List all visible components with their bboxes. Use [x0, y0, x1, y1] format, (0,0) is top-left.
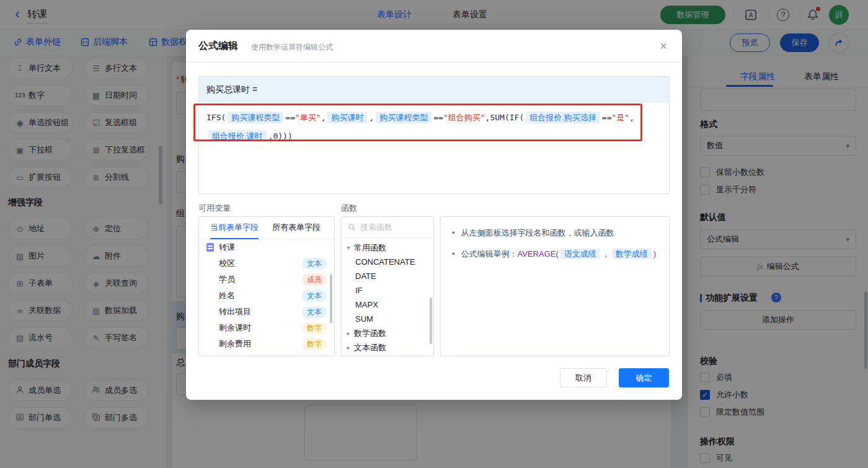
formula-input-area[interactable]: IFS(购买课程类型=="单买",购买课时,购买课程类型=="组合购买",SUM…: [199, 103, 669, 151]
variables-scrollbar[interactable]: [330, 274, 332, 324]
search-function-input[interactable]: [360, 223, 422, 232]
formula-code: ,0))): [268, 131, 293, 141]
field-chip[interactable]: 购买课程类型: [376, 112, 432, 123]
formula-edit-dialog: 公式编辑 使用数学运算符编辑公式 × 购买总课时 = IFS(购买课程类型=="…: [186, 30, 682, 400]
formula-target: 购买总课时 =: [199, 77, 669, 103]
formula-code: ==: [285, 113, 295, 122]
help-hints-panel: • 从左侧面板选择字段名和函数，或输入函数 • 公式编辑举例：AVERAGE(语…: [440, 216, 670, 356]
chevron-right-icon: ▸: [345, 344, 352, 351]
variable-tree-root[interactable]: 转课: [199, 239, 334, 255]
type-badge: 文本: [302, 290, 327, 302]
variables-tabs: 当前表单字段 所有表单字段: [199, 217, 334, 239]
variable-item[interactable]: 学员成员: [199, 272, 334, 288]
type-badge: 成员: [302, 274, 327, 286]
example-field-chip: 语文成绩: [560, 249, 600, 259]
tab-current-form-fields[interactable]: 当前表单字段: [210, 217, 259, 239]
formula-string: "组合购买": [443, 113, 485, 122]
chevron-right-icon: ▸: [345, 330, 352, 337]
formula-code: ,: [629, 113, 634, 122]
function-item[interactable]: CONCATENATE: [342, 255, 433, 269]
formula-editor: 购买总课时 = IFS(购买课程类型=="单买",购买课时,购买课程类型=="组…: [198, 76, 670, 194]
function-group-text[interactable]: ▸文本函数: [342, 340, 433, 355]
formula-string: "是": [612, 113, 630, 122]
type-badge: 数字: [302, 322, 327, 334]
variable-item[interactable]: 剩余费用数字: [199, 336, 334, 352]
functions-panel: ▾常用函数 CONCATENATE DATE IF MAPX SUM ▸数学函数…: [341, 216, 434, 356]
example-field-chip: 数学成绩: [612, 249, 652, 259]
type-badge: 文本: [302, 306, 327, 318]
type-badge: 文本: [302, 258, 327, 270]
function-item[interactable]: IF: [342, 283, 433, 298]
type-badge: 数字: [302, 338, 327, 350]
confirm-button[interactable]: 确定: [619, 368, 669, 387]
function-item[interactable]: DATE: [342, 269, 433, 283]
variables-label: 可用变量: [198, 203, 231, 214]
hint-line-1: • 从左侧面板选择字段名和函数，或输入函数: [452, 227, 658, 239]
formula-code: ,: [369, 113, 374, 122]
close-icon[interactable]: ×: [656, 38, 671, 53]
formula-code: ==: [602, 113, 612, 122]
formula-code: IFS(: [206, 113, 226, 122]
function-group-math[interactable]: ▸数学函数: [342, 326, 433, 340]
variable-item[interactable]: 姓名文本: [199, 288, 334, 304]
variable-item[interactable]: 转出项目文本: [199, 304, 334, 320]
variables-panel: 当前表单字段 所有表单字段 转课 校区文本 学员成员 姓名文本 转出项目文本 剩…: [198, 216, 335, 356]
field-chip[interactable]: 购买课时: [327, 112, 367, 123]
hint-line-2: • 公式编辑举例：AVERAGE(语文成绩，数学成绩): [452, 248, 658, 260]
variable-item[interactable]: 剩余课时数字: [199, 320, 334, 336]
function-item[interactable]: SUM: [342, 312, 433, 326]
formula-code: ,SUM(IF(: [485, 113, 525, 122]
formula-string: "单买": [295, 113, 321, 122]
field-chip[interactable]: 购买课程类型: [228, 112, 283, 123]
example-function-name: AVERAGE(: [518, 249, 559, 258]
dialog-title: 公式编辑: [198, 40, 238, 53]
functions-scrollbar[interactable]: [430, 298, 432, 344]
tab-all-form-fields[interactable]: 所有表单字段: [272, 217, 321, 239]
search-icon: [348, 223, 356, 231]
cancel-button[interactable]: 取消: [560, 368, 607, 387]
function-search: [342, 217, 433, 238]
divider: [186, 62, 682, 63]
field-chip[interactable]: 组合报价.购买选择: [526, 112, 600, 123]
dialog-subtitle: 使用数学运算符编辑公式: [251, 42, 333, 53]
function-item[interactable]: MAPX: [342, 298, 433, 312]
field-chip[interactable]: 组合报价.课时: [208, 130, 267, 142]
formula-code: ,: [321, 113, 326, 122]
chevron-down-icon: ▾: [345, 244, 352, 251]
variable-item[interactable]: 校区文本: [199, 255, 334, 272]
formula-code: ==: [433, 113, 443, 122]
functions-label: 函数: [341, 203, 357, 214]
form-doc-icon: [206, 243, 214, 252]
function-group-common[interactable]: ▾常用函数: [342, 241, 433, 255]
